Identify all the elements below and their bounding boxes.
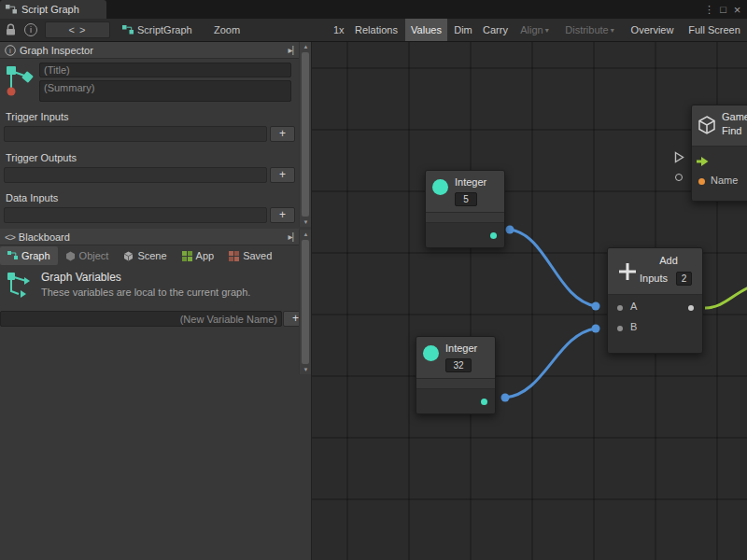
- add-trigger-input-button[interactable]: +: [270, 126, 295, 142]
- inspector-scrollbar[interactable]: ▲ ▼: [299, 42, 311, 227]
- graph-inspector-header: i Graph Inspector ▸|: [0, 42, 299, 59]
- new-variable-input[interactable]: [0, 311, 282, 327]
- blackboard-header: <> Blackboard ▸|: [0, 229, 299, 245]
- wire-add-output: [705, 287, 747, 308]
- scroll-up-icon[interactable]: ▲: [300, 230, 312, 239]
- integer-type-icon: [432, 179, 448, 195]
- tab-saved[interactable]: Saved: [221, 246, 279, 265]
- graph-variables-title: Graph Variables: [41, 271, 121, 284]
- window-controls: ⋮ □ ×: [702, 0, 744, 19]
- output-port[interactable]: [481, 399, 487, 405]
- add-data-input-button[interactable]: +: [270, 207, 295, 223]
- node-gameobject-find[interactable]: Game Object Find Name: [691, 105, 747, 202]
- input-port-b[interactable]: [617, 326, 623, 331]
- trigger-outputs-list: +: [4, 167, 295, 183]
- new-variable-row: +: [0, 311, 310, 327]
- scroll-up-icon[interactable]: ▲: [300, 42, 312, 51]
- graph-variables-subtitle: These variables are local to the current…: [41, 287, 250, 298]
- node-integer-32[interactable]: Integer 32: [416, 336, 496, 414]
- value-input-port[interactable]: [675, 174, 683, 181]
- dim-button[interactable]: Dim: [449, 19, 477, 41]
- distribute-button[interactable]: Distribute▾: [557, 19, 623, 41]
- info-icon: i: [5, 45, 16, 56]
- node-integer-5[interactable]: Integer 5: [425, 170, 505, 248]
- wire-endpoint[interactable]: [506, 226, 514, 234]
- code-view-button[interactable]: < >: [45, 21, 110, 38]
- control-output-arrow-icon[interactable]: [697, 156, 710, 167]
- scroll-down-icon[interactable]: ▼: [300, 365, 312, 374]
- zoom-value: 1x: [333, 24, 345, 35]
- chevron-down-icon: ▾: [611, 26, 614, 35]
- trigger-inputs-list: +: [4, 126, 295, 142]
- node-title-line2: Find: [722, 125, 747, 136]
- expand-icon[interactable]: ▸|: [288, 45, 293, 55]
- blackboard-title: Blackboard: [19, 231, 70, 243]
- node-title: Integer: [455, 176, 486, 188]
- inputs-count-field[interactable]: 2: [676, 272, 692, 286]
- add-icon: [617, 261, 638, 282]
- lock-icon[interactable]: [5, 23, 17, 36]
- empty-list-box: [4, 207, 267, 223]
- align-button[interactable]: Align▾: [514, 19, 556, 41]
- node-title: Integer: [445, 343, 477, 354]
- graph-canvas[interactable]: Integer 5 Integer 32 Add Inputs 2 A: [312, 42, 747, 560]
- graph-asset-icon: [4, 62, 35, 99]
- tab-object[interactable]: Object: [58, 246, 117, 265]
- carry-button[interactable]: Carry: [478, 19, 513, 41]
- tab-graph[interactable]: Graph: [0, 246, 58, 265]
- script-graph-icon: [6, 5, 17, 14]
- output-port[interactable]: [688, 305, 694, 311]
- maximize-icon[interactable]: □: [716, 4, 730, 15]
- blackboard-icon: <>: [5, 231, 15, 243]
- name-input-port[interactable]: [698, 178, 705, 185]
- graph-summary-input[interactable]: [39, 80, 291, 102]
- output-port[interactable]: [490, 232, 497, 239]
- section-label-trigger-inputs: Trigger Inputs: [6, 111, 68, 122]
- wire-endpoint[interactable]: [592, 302, 600, 311]
- section-label-data-inputs: Data Inputs: [6, 192, 58, 203]
- port-label-name: Name: [711, 175, 738, 186]
- integer-value-field[interactable]: 5: [455, 192, 477, 206]
- svg-text:i: i: [9, 47, 11, 55]
- menu-icon[interactable]: ⋮: [702, 4, 716, 16]
- chevron-down-icon: ▾: [545, 26, 549, 35]
- info-icon[interactable]: i: [24, 23, 37, 36]
- inputs-label: Inputs: [640, 273, 668, 284]
- scrollbar-thumb[interactable]: [302, 52, 309, 217]
- graph-inspector-title: Graph Inspector: [20, 45, 93, 56]
- cube-icon: [65, 251, 76, 261]
- relations-button[interactable]: Relations: [349, 19, 403, 41]
- blackboard-tabs: Graph Object Scene App Saved: [0, 246, 299, 265]
- app-icon: [182, 251, 192, 261]
- integer-value-field[interactable]: 32: [445, 358, 472, 372]
- cube-icon: [697, 115, 717, 135]
- input-port-a[interactable]: [617, 305, 623, 311]
- graph-title-input[interactable]: [39, 63, 291, 77]
- wire-endpoint[interactable]: [592, 325, 600, 333]
- wire-int5-to-a: [510, 230, 596, 306]
- overview-button[interactable]: Overview: [624, 19, 681, 41]
- control-input-port[interactable]: [674, 151, 684, 163]
- window-titlebar: Script Graph ⋮ □ ×: [0, 0, 747, 19]
- window-tab[interactable]: Script Graph: [0, 0, 106, 19]
- graph-name-label: ScriptGraph: [137, 24, 192, 35]
- window-tab-label: Script Graph: [21, 4, 79, 15]
- empty-list-box: [4, 167, 267, 183]
- expand-icon[interactable]: ▸|: [288, 231, 293, 242]
- wire-endpoint[interactable]: [501, 394, 510, 402]
- node-add[interactable]: Add Inputs 2 A B: [607, 247, 703, 354]
- close-icon[interactable]: ×: [730, 3, 744, 17]
- wire-int32-to-b: [505, 329, 596, 398]
- port-label-b: B: [630, 321, 637, 332]
- scroll-down-icon[interactable]: ▼: [300, 217, 312, 227]
- fullscreen-button[interactable]: Full Screen: [682, 19, 747, 41]
- scene-icon: [123, 251, 134, 261]
- zoom-label: Zoom: [214, 24, 240, 35]
- side-panel: i Graph Inspector ▸| Trigger Inputs + Tr…: [0, 42, 312, 560]
- scrollbar-thumb[interactable]: [302, 240, 309, 364]
- tab-app[interactable]: App: [175, 246, 222, 265]
- tab-scene[interactable]: Scene: [116, 246, 174, 265]
- add-trigger-output-button[interactable]: +: [270, 167, 295, 183]
- blackboard-scrollbar[interactable]: ▲ ▼: [299, 230, 311, 374]
- values-button[interactable]: Values: [405, 19, 447, 41]
